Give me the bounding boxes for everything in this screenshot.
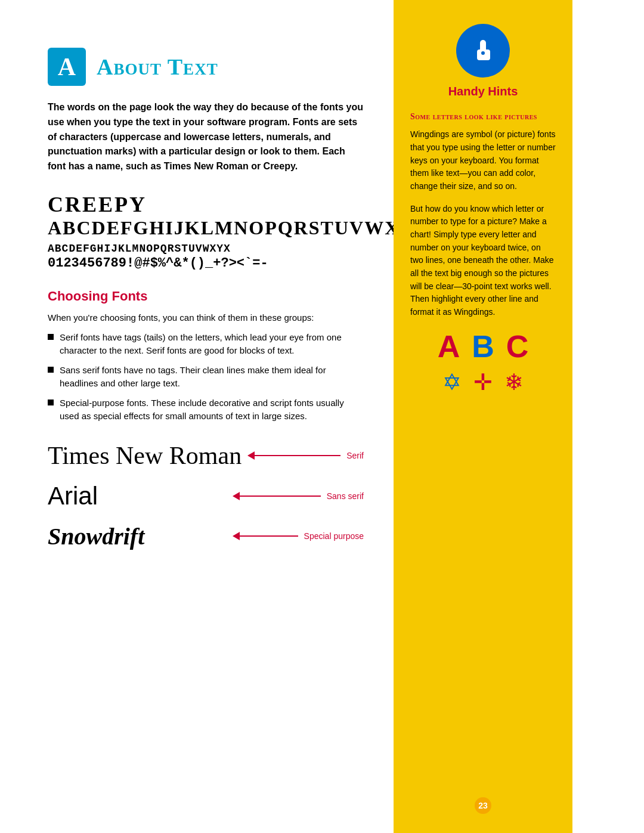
page-title-text: About Text: [97, 54, 218, 79]
demo-letter-a: A: [438, 329, 460, 364]
font-numbers: 0123456789!@#$%^&*()_+?><`=-: [48, 256, 364, 271]
demo-letter-b: B: [472, 329, 494, 364]
times-name: Times New Roman: [48, 442, 242, 469]
sidebar: Handy Hints Some letters look like pictu…: [394, 0, 572, 833]
arrow-head: [247, 451, 255, 460]
handy-hints-label: Handy Hints: [410, 85, 556, 98]
svg-point-3: [481, 51, 485, 55]
choosing-fonts-heading: Choosing Fonts: [48, 289, 364, 304]
bullet-square: [48, 334, 54, 340]
font-snowdrift-label: Snowdrift: [48, 522, 227, 550]
svg-rect-2: [480, 40, 486, 53]
font-examples: Times New Roman Serif Arial: [48, 441, 364, 550]
font-example-snowdrift: Snowdrift Special purpose: [48, 522, 364, 550]
intro-paragraph: The words on the page look the way they …: [48, 100, 364, 174]
handy-hints-icon: [456, 24, 510, 78]
sidebar-inner: Handy Hints Some letters look like pictu…: [394, 0, 572, 419]
font-example-arial: Arial Sans serif: [48, 482, 364, 510]
snowdrift-type-label: Special purpose: [304, 531, 364, 541]
page-number-badge: 23: [475, 797, 491, 814]
sidebar-paragraph-1: Wingdings are symbol (or picture) fonts …: [410, 128, 556, 193]
demo-symbol-star: ✡: [442, 369, 462, 395]
arial-name: Arial: [48, 482, 98, 510]
page: A About Text The words on the page look …: [0, 0, 644, 833]
font-times-label: Times New Roman: [48, 441, 242, 470]
choosing-fonts-section: Choosing Fonts When you're choosing font…: [48, 289, 364, 550]
list-item: Sans serif fonts have no tags. Their cle…: [48, 364, 364, 391]
arial-type-label: Sans serif: [327, 491, 364, 501]
snowdrift-name: Snowdrift: [48, 523, 144, 550]
arrow-shaft: [255, 455, 340, 456]
sidebar-subheading: Some letters look like pictures: [410, 112, 556, 122]
bullet-text-1: Serif fonts have tags (tails) on the let…: [60, 331, 364, 358]
page-title: About Text: [97, 54, 218, 80]
demo-symbol-cross: ✛: [473, 369, 493, 395]
hand-icon: [465, 33, 501, 69]
arrow-shaft: [240, 496, 321, 497]
font-arial-label: Arial: [48, 482, 227, 510]
choosing-fonts-intro: When you're choosing fonts, you can thin…: [48, 312, 364, 323]
font-gothic-alphabet: ABCDEFGHIJKLMNOPQRSTUVWXYZ: [48, 217, 364, 239]
bullet-square: [48, 400, 54, 405]
main-content: A About Text The words on the page look …: [0, 0, 394, 833]
demo-symbol-snowflake: ❄: [504, 369, 524, 395]
times-type-label: Serif: [346, 451, 364, 460]
font-bold-alphabet: ABCDEFGHIJKLMNOPQRSTUVWXYX: [48, 243, 364, 255]
wingdings-demo: A B C ✡ ✛ ❄: [410, 329, 556, 395]
font-showcase: Creepy ABCDEFGHIJKLMNOPQRSTUVWXYZ ABCDEF…: [48, 192, 364, 271]
list-item: Serif fonts have tags (tails) on the let…: [48, 331, 364, 358]
font-creepy-label: Creepy: [48, 193, 147, 216]
bullet-text-3: Special-purpose fonts. These include dec…: [60, 397, 364, 423]
arrow-shaft: [240, 535, 298, 537]
font-example-times: Times New Roman Serif: [48, 441, 364, 470]
sidebar-paragraph-2: But how do you know which letter or numb…: [410, 203, 556, 319]
bullet-list: Serif fonts have tags (tails) on the let…: [48, 331, 364, 423]
arrow-head: [233, 532, 240, 540]
list-item: Special-purpose fonts. These include dec…: [48, 397, 364, 423]
arial-arrow: Sans serif: [233, 491, 364, 501]
demo-letter-c: C: [506, 329, 529, 364]
page-number-area: 23: [394, 797, 572, 814]
header-icon-letter: A: [58, 54, 76, 79]
page-header: A About Text: [48, 48, 364, 86]
bullet-square: [48, 367, 54, 373]
arrow-head: [233, 492, 240, 500]
bullet-text-2: Sans serif fonts have no tags. Their cle…: [60, 364, 364, 391]
demo-letters-row: A B C: [410, 329, 556, 364]
times-arrow: Serif: [247, 451, 364, 460]
snowdrift-arrow: Special purpose: [233, 531, 364, 541]
header-icon-box: A: [48, 48, 86, 86]
demo-symbols-row: ✡ ✛ ❄: [410, 369, 556, 395]
